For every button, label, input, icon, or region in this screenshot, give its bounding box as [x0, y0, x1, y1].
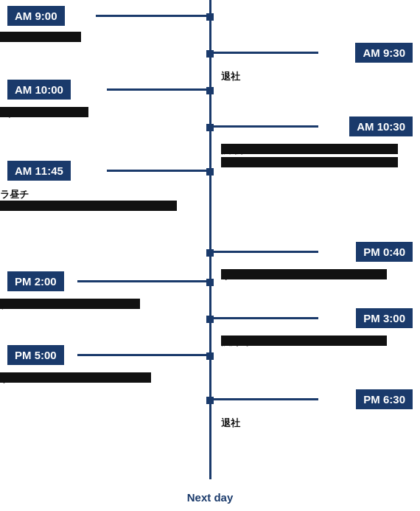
- connector-pm500: [77, 354, 210, 356]
- label-am930: 退社: [221, 70, 240, 83]
- timebox-pm200: PM 2:00: [7, 271, 64, 291]
- connector-am1145: [107, 170, 210, 172]
- connector-am1030: [211, 125, 318, 128]
- timebox-pm500: PM 5:00: [7, 345, 64, 365]
- bar-pm040: [221, 269, 387, 279]
- timebox-am1030: AM 10:30: [349, 117, 413, 136]
- connector-pm200: [77, 280, 210, 282]
- bar-am1145: [0, 201, 177, 211]
- connector-pm300: [211, 317, 318, 319]
- timebox-pm040: PM 0:40: [356, 242, 413, 262]
- timebox-am1000: AM 10:00: [7, 80, 71, 100]
- connector-pm630: [211, 398, 318, 400]
- connector-am900: [96, 15, 210, 17]
- timebox-pm630: PM 6:30: [356, 389, 413, 409]
- bar-am1000: [0, 107, 88, 117]
- next-day-label[interactable]: Next day: [187, 491, 234, 504]
- label-pm630: 退社: [221, 417, 240, 430]
- bar-am900: [0, 32, 81, 42]
- connector-am930: [211, 52, 318, 54]
- timebox-pm300: PM 3:00: [356, 308, 413, 328]
- timebox-am930: AM 9:30: [355, 43, 413, 63]
- center-line: [209, 0, 211, 479]
- connector-pm040: [211, 251, 318, 253]
- label-am1145: ラ昼チ: [0, 188, 29, 201]
- timebox-am1145: AM 11:45: [7, 161, 71, 181]
- bar-pm300: [221, 336, 387, 346]
- bar-pm200: [0, 299, 140, 309]
- bar-am1030b: [221, 157, 398, 167]
- connector-am1000: [107, 88, 210, 91]
- timebox-am900: AM 9:00: [7, 6, 65, 26]
- bar-am1030: [221, 144, 398, 154]
- timeline-container: AM 9:00 へ AM 10:00 ク AM 11:45 ラ昼チ PM 2:0…: [0, 0, 420, 511]
- bar-pm500: [0, 372, 151, 383]
